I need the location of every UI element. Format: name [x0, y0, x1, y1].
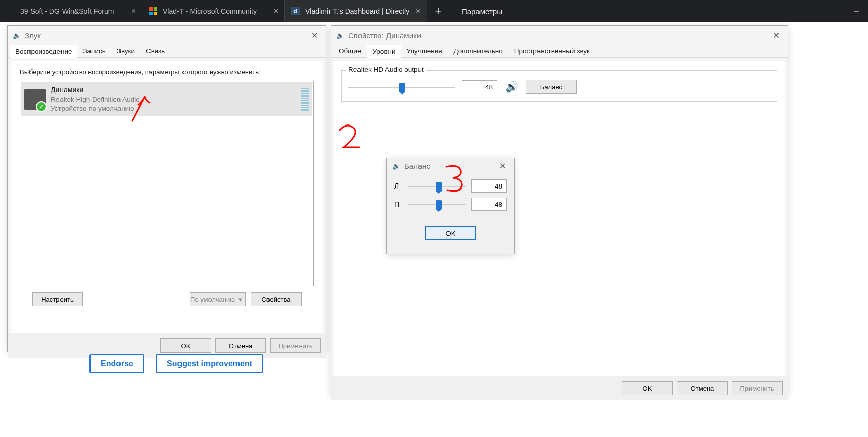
- ok-button[interactable]: OK: [425, 226, 476, 240]
- close-icon[interactable]: ×: [131, 7, 136, 16]
- mute-toggle-icon[interactable]: 🔊: [504, 80, 519, 94]
- device-text: Динамики Realtek High Definition Audio У…: [51, 85, 301, 113]
- close-icon[interactable]: ✕: [495, 159, 510, 173]
- balance-button[interactable]: Баланс: [526, 80, 577, 94]
- endorse-button[interactable]: Endorse: [89, 354, 144, 373]
- window-controls: [845, 0, 868, 22]
- tab-title: Vlad-T - Microsoft Community: [163, 7, 268, 15]
- tab-playback[interactable]: Воспроизведение: [10, 45, 77, 58]
- browser-tab-bar: 39 Soft - DG Win&Soft Forum × Vlad-T - M…: [0, 0, 868, 22]
- app-title-text: Параметры: [462, 7, 502, 16]
- right-channel-slider[interactable]: [408, 199, 466, 210]
- tab-advanced[interactable]: Дополнительно: [448, 44, 508, 57]
- set-default-label: По умолчанию: [190, 296, 235, 303]
- favicon-generic-icon: [6, 7, 15, 16]
- right-channel-label: П: [394, 200, 403, 208]
- balance-left-row: Л: [394, 179, 507, 193]
- tabstrip: Воспроизведение Запись Звуки Связь: [8, 44, 326, 58]
- sound-dialog: 🔈 Звук ✕ Воспроизведение Запись Звуки Св…: [7, 25, 326, 352]
- apply-button[interactable]: Применить: [270, 338, 321, 353]
- output-legend: Realtek HD Audio output: [346, 66, 426, 73]
- dialog-title-text: Звук: [25, 31, 307, 40]
- close-icon[interactable]: ✕: [769, 28, 784, 42]
- app-title: Параметры: [450, 0, 845, 22]
- close-icon[interactable]: ×: [274, 7, 278, 16]
- tab-communications[interactable]: Связь: [140, 44, 170, 57]
- volume-slider[interactable]: [348, 81, 455, 92]
- close-icon[interactable]: ✕: [307, 28, 322, 42]
- device-name: Динамики: [51, 85, 301, 95]
- dialog-buttons: OK Отмена Применить: [331, 376, 788, 400]
- tab-spatial[interactable]: Пространственный звук: [508, 44, 595, 57]
- tabstrip: Общие Уровни Улучшения Дополнительно Про…: [331, 44, 788, 58]
- balance-right-row: П: [394, 198, 507, 211]
- new-tab-button[interactable]: +: [427, 0, 450, 22]
- instruction-text: Выберите устройство воспроизведения, пар…: [20, 68, 314, 76]
- dialog-title-text: Свойства: Динамики: [348, 31, 769, 40]
- tab-title: 39 Soft - DG Win&Soft Forum: [20, 7, 126, 15]
- browser-tab[interactable]: 39 Soft - DG Win&Soft Forum ×: [0, 0, 142, 22]
- close-icon[interactable]: ×: [416, 7, 421, 16]
- minimize-button[interactable]: [845, 0, 868, 22]
- left-channel-slider[interactable]: [408, 180, 466, 192]
- suggest-improvement-button[interactable]: Suggest improvement: [156, 354, 263, 373]
- dialog-title-text: Баланс: [404, 162, 495, 170]
- balance-dialog: 🔈 Баланс ✕ Л П OK: [386, 158, 515, 254]
- output-fieldset: Realtek HD Audio output 🔊 Баланс: [341, 70, 777, 102]
- tab-recording[interactable]: Запись: [77, 44, 111, 57]
- device-description: Realtek High Definition Audio: [51, 95, 301, 104]
- dialog-titlebar: 🔈 Звук ✕: [8, 26, 326, 44]
- chevron-down-icon[interactable]: ▾: [235, 296, 245, 303]
- dialog-titlebar: 🔈 Свойства: Динамики ✕: [331, 26, 788, 44]
- dialog-titlebar: 🔈 Баланс ✕: [387, 158, 514, 173]
- tab-general[interactable]: Общие: [333, 44, 367, 57]
- sound-dialog-body: Выберите устройство воспроизведения, пар…: [11, 61, 323, 333]
- device-speaker-icon: [24, 89, 46, 110]
- directly-favicon-icon: d: [291, 7, 300, 16]
- vu-meter-icon: [301, 88, 309, 111]
- microsoft-favicon-icon: [148, 7, 158, 16]
- cancel-button[interactable]: Отмена: [677, 381, 728, 395]
- speaker-icon: 🔈: [391, 161, 401, 171]
- device-status: Устройство по умолчанию: [51, 104, 301, 113]
- right-channel-value-input[interactable]: [471, 198, 507, 211]
- browser-tab-active[interactable]: d Vladimir T.'s Dashboard | Directly ×: [285, 0, 427, 22]
- speaker-icon: 🔈: [335, 30, 345, 40]
- set-default-button[interactable]: По умолчанию ▾: [190, 292, 246, 306]
- speaker-icon: 🔈: [12, 30, 22, 40]
- ok-button[interactable]: OK: [160, 338, 211, 353]
- left-channel-label: Л: [394, 182, 403, 190]
- browser-tab[interactable]: Vlad-T - Microsoft Community ×: [142, 0, 285, 22]
- apply-button[interactable]: Применить: [732, 381, 783, 395]
- cancel-button[interactable]: Отмена: [215, 338, 266, 353]
- sound-footer: Настроить По умолчанию ▾ Свойства: [23, 286, 311, 313]
- configure-button[interactable]: Настроить: [32, 292, 83, 306]
- device-list[interactable]: Динамики Realtek High Definition Audio У…: [20, 81, 314, 286]
- device-item[interactable]: Динамики Realtek High Definition Audio У…: [21, 82, 312, 116]
- ok-button[interactable]: OK: [622, 381, 673, 395]
- left-channel-value-input[interactable]: [471, 179, 507, 193]
- volume-value-input[interactable]: [462, 80, 497, 93]
- tab-sounds[interactable]: Звуки: [111, 44, 140, 57]
- page-action-row: Endorse Suggest improvement: [89, 354, 263, 373]
- tab-enhancements[interactable]: Улучшения: [401, 44, 448, 57]
- tab-title: Vladimir T.'s Dashboard | Directly: [305, 7, 411, 15]
- balance-footer: OK: [387, 222, 514, 246]
- tab-levels[interactable]: Уровни: [367, 45, 401, 58]
- properties-button[interactable]: Свойства: [251, 292, 302, 306]
- balance-body: Л П: [387, 173, 514, 222]
